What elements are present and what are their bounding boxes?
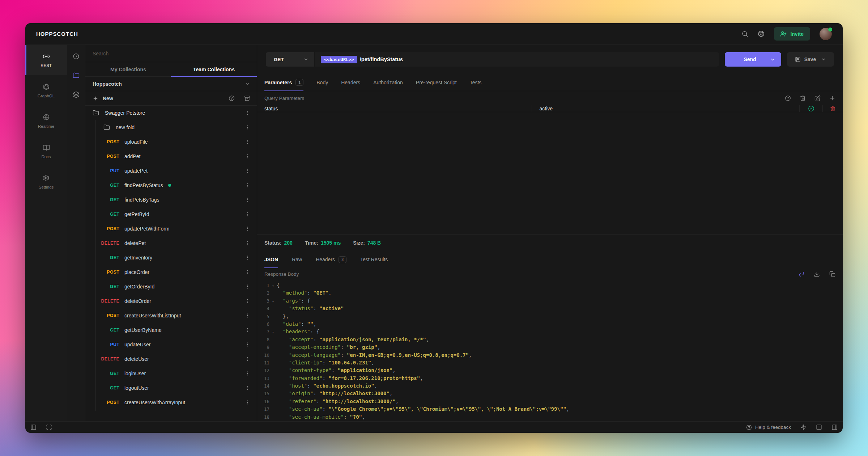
request-item[interactable]: GETloginUser — [85, 366, 257, 381]
base-url-chip[interactable]: <<baseURL>> — [321, 56, 357, 63]
three-dots-icon[interactable] — [244, 400, 250, 405]
request-item[interactable]: PUTupdatePet — [85, 164, 257, 178]
param-key-input[interactable]: status — [257, 105, 532, 112]
fold-arrow-icon[interactable]: ▾ — [269, 329, 277, 336]
nav-item-rest[interactable]: REST — [25, 45, 67, 75]
clear-all-icon[interactable] — [800, 95, 806, 101]
param-value-input[interactable]: active — [532, 105, 799, 112]
three-dots-icon[interactable] — [244, 327, 250, 333]
request-item[interactable]: PUTupdateUser — [85, 337, 257, 352]
response-body-editor[interactable]: 1▾{2 "method": "GET",3▾ "args": {4 "stat… — [257, 280, 843, 421]
three-dots-icon[interactable] — [244, 124, 250, 130]
subnav-collections[interactable] — [73, 72, 80, 79]
three-dots-icon[interactable] — [244, 110, 250, 116]
subnav-history[interactable] — [73, 53, 80, 60]
download-icon[interactable] — [814, 271, 820, 277]
request-item[interactable]: POSTcreateUsersWithArrayInput — [85, 395, 257, 410]
response-tab-json[interactable]: JSON — [264, 251, 278, 268]
request-tab-headers[interactable]: Headers — [341, 74, 360, 91]
split-view-icon[interactable] — [816, 424, 822, 430]
help-icon[interactable] — [785, 95, 791, 101]
request-tab-pre-request-script[interactable]: Pre-request Script — [416, 74, 457, 91]
search-input[interactable] — [93, 51, 250, 56]
collections-tab-1[interactable]: Team Collections — [171, 62, 257, 76]
help-feedback-button[interactable]: Help & feedback — [746, 425, 791, 430]
request-item[interactable]: GETgetOrderById — [85, 279, 257, 294]
collection-folder[interactable]: new fold — [85, 120, 257, 135]
chevron-down-icon[interactable] — [821, 57, 826, 62]
three-dots-icon[interactable] — [244, 153, 250, 159]
request-item[interactable]: DELETEdeleteUser — [85, 352, 257, 366]
search-icon[interactable] — [741, 30, 748, 37]
add-parameter-icon[interactable] — [829, 95, 835, 101]
three-dots-icon[interactable] — [244, 182, 250, 188]
collections-tab-0[interactable]: My Collections — [85, 62, 171, 76]
request-item[interactable]: GETgetInventory — [85, 250, 257, 265]
three-dots-icon[interactable] — [244, 197, 250, 203]
request-item[interactable]: POSTupdatePetWithForm — [85, 221, 257, 236]
three-dots-icon[interactable] — [244, 226, 250, 232]
gear-icon — [43, 174, 50, 182]
support-icon[interactable] — [758, 30, 765, 37]
request-tab-authorization[interactable]: Authorization — [373, 74, 403, 91]
request-item[interactable]: POSTaddPet — [85, 149, 257, 164]
fold-arrow-icon[interactable]: ▾ — [269, 298, 277, 305]
request-item[interactable]: GETfindPetsByStatus — [85, 178, 257, 193]
invite-button[interactable]: Invite — [774, 27, 810, 41]
save-button[interactable]: Save — [787, 52, 834, 67]
fold-arrow-icon[interactable]: ▾ — [269, 282, 277, 290]
three-dots-icon[interactable] — [244, 342, 250, 347]
three-dots-icon[interactable] — [244, 240, 250, 246]
request-item[interactable]: GETlogoutUser — [85, 381, 257, 395]
three-dots-icon[interactable] — [244, 269, 250, 275]
request-tab-tests[interactable]: Tests — [470, 74, 482, 91]
param-enabled-icon[interactable] — [808, 105, 814, 112]
request-item[interactable]: DELETEdeletePet — [85, 236, 257, 250]
three-dots-icon[interactable] — [244, 385, 250, 391]
request-item[interactable]: GETfindPetsByTags — [85, 193, 257, 207]
three-dots-icon[interactable] — [244, 139, 250, 145]
response-tab-test-results[interactable]: Test Results — [360, 251, 388, 268]
nav-item-settings[interactable]: Settings — [25, 166, 67, 197]
copy-icon[interactable] — [829, 271, 835, 277]
new-collection-button[interactable]: New — [93, 96, 113, 101]
shortcuts-icon[interactable] — [800, 424, 807, 430]
toggle-sidebar-icon[interactable] — [30, 424, 37, 430]
wrap-lines-icon[interactable] — [798, 271, 804, 277]
three-dots-icon[interactable] — [244, 313, 250, 318]
expand-icon[interactable] — [46, 424, 52, 430]
three-dots-icon[interactable] — [244, 255, 250, 261]
avatar[interactable] — [820, 28, 832, 40]
request-tab-body[interactable]: Body — [316, 74, 328, 91]
request-tab-parameters[interactable]: Parameters1 — [264, 74, 303, 91]
collection-folder[interactable]: Swagger Petstore — [85, 106, 257, 120]
method-dropdown[interactable]: GET — [266, 52, 315, 67]
nav-item-realtime[interactable]: Realtime — [25, 106, 67, 136]
request-item[interactable]: POSTplaceOrder — [85, 265, 257, 279]
response-body-header: Response Body — [257, 268, 843, 280]
request-item[interactable]: POSTcreateUsersWithListInput — [85, 308, 257, 323]
three-dots-icon[interactable] — [244, 284, 250, 290]
response-tab-headers[interactable]: Headers3 — [316, 251, 346, 268]
request-item[interactable]: DELETEdeleteOrder — [85, 294, 257, 308]
param-delete-icon[interactable] — [830, 106, 835, 112]
three-dots-icon[interactable] — [244, 371, 250, 376]
three-dots-icon[interactable] — [244, 211, 250, 217]
request-item[interactable]: GETgetPetById — [85, 207, 257, 221]
three-dots-icon[interactable] — [244, 298, 250, 304]
url-input[interactable]: <<baseURL>> /pet/findByStatus — [315, 52, 719, 67]
nav-item-docs[interactable]: Docs — [25, 136, 67, 166]
edit-icon[interactable] — [814, 95, 821, 101]
team-selector[interactable]: Hoppscotch — [85, 77, 257, 91]
response-tab-raw[interactable]: Raw — [292, 251, 302, 268]
request-item[interactable]: GETgetUserByName — [85, 323, 257, 337]
request-item[interactable]: POSTuploadFile — [85, 135, 257, 149]
nav-item-graphql[interactable]: GraphQL — [25, 75, 67, 106]
right-panel-icon[interactable] — [831, 424, 838, 430]
import-export-icon[interactable] — [244, 95, 250, 101]
three-dots-icon[interactable] — [244, 356, 250, 362]
help-icon[interactable] — [229, 95, 235, 101]
three-dots-icon[interactable] — [244, 168, 250, 174]
send-button[interactable]: Send — [725, 52, 781, 67]
subnav-environments[interactable] — [73, 91, 80, 98]
